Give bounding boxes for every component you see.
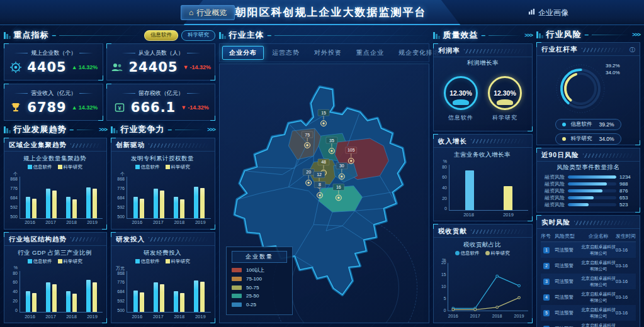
risk-rank-row: 融资风险988 (542, 180, 635, 187)
card-risk-90d: 近90日风险 风险类型事件数量排名 融资风险1234融资风险988融资风险876… (536, 148, 640, 213)
leverage-donut: 39.2%34.0%信息软件39.2%科学研究34.0% (537, 56, 640, 145)
tab-对外投资[interactable]: 对外投资 (308, 47, 348, 59)
bar (86, 280, 91, 312)
metric-delta: ▼-14.32% (181, 104, 208, 111)
legend-item: 科学研究 (166, 164, 190, 170)
bar (154, 282, 158, 312)
more-button[interactable]: >>> (207, 126, 215, 133)
realtime-risk-table: 序号风险类型企业名称发生时间1司法预警北京启航卓越科技有限公司03-162司法预… (537, 229, 640, 327)
bar-group (194, 177, 205, 218)
section-title: 收入增长 (438, 137, 467, 146)
svg-text:12: 12 (317, 172, 322, 177)
tab-运营态势[interactable]: 运营态势 (266, 47, 306, 59)
risk-rank-row: 融资风险876 (542, 187, 635, 194)
profit-gauge: 12.30%科学研究 (488, 76, 522, 122)
trophy-icon (9, 101, 22, 114)
risk-rank-bars: 融资风险1234融资风险988融资风险876融资风险653融资风险523 (537, 172, 640, 212)
bar-group (133, 177, 144, 218)
metric-card: 留存税收（亿元）¥666.1▼-14.32% (106, 84, 215, 121)
svg-text:20: 20 (306, 170, 311, 174)
section-title: 行业地区结构趋势 (9, 235, 67, 244)
bar (32, 293, 37, 312)
metric-card: 规上企业数（个）4405▲14.32% (4, 43, 103, 80)
panel-header-icon (536, 31, 543, 38)
panel-header-icon (4, 126, 11, 133)
nav-industry-overview[interactable]: ⌂ 行业概览 (181, 5, 235, 20)
hbar-chart-title: 风险类型事件数量排名 (537, 164, 640, 172)
bar (160, 284, 164, 312)
risk-rank-row: 融资风险1234 (542, 174, 635, 180)
leverage-legend-item: 科学研究34.0% (555, 133, 621, 145)
legend-item: 科学研究 (166, 258, 190, 265)
map-legend-item: 0-25 (232, 302, 287, 308)
chart-patents: 发明专利累计授权数量信息软件科学研究个868776684592500201620… (111, 152, 215, 229)
tab-企业分布[interactable]: 企业分布 (222, 46, 264, 60)
section-title: 税收贡献 (438, 227, 467, 236)
map-legend-title: 企业数量 (232, 251, 287, 263)
bar (154, 189, 158, 218)
card-region-agglomeration: 区域企业集聚趋势 规上企业数量集聚趋势信息软件科学研究个868776684592… (4, 138, 107, 230)
tab-重点企业[interactable]: 重点企业 (350, 47, 390, 59)
profit-gauges: 12.30%信息软件12.30%科学研究 (434, 68, 532, 131)
more-button[interactable]: >>> (99, 126, 107, 133)
nav-enterprise-portrait[interactable]: 企业画像 (521, 5, 576, 20)
panel-competitiveness: 行业竞争力 – >>> 创新驱动 发明专利累计授权数量信息软件科学研究个8687… (111, 123, 215, 323)
bar (465, 170, 474, 211)
svg-text:2018: 2018 (492, 313, 502, 319)
legend-item: 信息软件 (28, 258, 52, 265)
row-seq-badge: 2 (543, 263, 550, 269)
bar (26, 197, 30, 218)
metric-value: 4405 (27, 60, 66, 75)
more-button[interactable]: >>> (524, 32, 533, 38)
card-profit-rate: 利润率 利润增长率 12.30%信息软件12.30%科学研究 (433, 43, 533, 131)
svg-text:2017: 2017 (470, 313, 480, 319)
bar (46, 282, 50, 312)
bar (133, 291, 138, 312)
bar-group (86, 177, 97, 218)
svg-text:30: 30 (339, 164, 344, 168)
svg-text:2019: 2019 (514, 313, 524, 319)
bar-group (26, 177, 37, 218)
filter-tag-info-software[interactable]: 信息软件 (144, 30, 178, 41)
panel-industry-risk: 行业风险 – >>> 行业杠杆率 ⓘ 39.2%34.0%信息软件39.2%科学… (536, 29, 640, 323)
page-title: 朝阳区科创规上企业大数据监测平台 (235, 5, 427, 19)
svg-text:10: 10 (441, 285, 446, 289)
metric-card: 从业人员数（人）24405▼-14.32% (106, 43, 215, 80)
bar (93, 189, 97, 218)
bar (72, 199, 77, 218)
map-legend: 企业数量 100以上75-10050-7525-500-25 (226, 247, 293, 316)
legend-item: 信息软件 (135, 258, 160, 265)
bar (200, 188, 205, 218)
svg-text:16: 16 (336, 185, 341, 189)
filter-tag-science-research[interactable]: 科学研究 (181, 30, 215, 41)
info-icon[interactable]: ⓘ (630, 46, 635, 54)
section-title: 近90日风险 (541, 151, 579, 160)
map-legend-item: 25-50 (232, 293, 287, 299)
profit-gauge: 12.30%信息软件 (444, 76, 478, 122)
svg-text:2016: 2016 (448, 313, 458, 319)
card-rnd: 研发投入 研发经费投入信息软件科学研究万元8687766845925002016… (111, 232, 215, 324)
bar-group (174, 177, 184, 218)
panel-header-icon (433, 32, 440, 39)
chart-tax-share: 税收贡献占比信息软件科学研究20151050%2016201720182019 (434, 238, 532, 323)
chart-enterprise-agglomeration: 规上企业数量集聚趋势信息软件科学研究个868776684592500201620… (4, 152, 106, 229)
bar (133, 197, 138, 218)
card-innovation: 创新驱动 发明专利累计授权数量信息软件科学研究个8687766845925002… (111, 138, 215, 230)
table-row: 4司法预警北京启航卓越科技有限公司03-16 (541, 289, 636, 305)
panel-title: 质量效益 (443, 30, 478, 41)
metric-value: 24405 (128, 60, 178, 75)
legend-item: 科学研究 (58, 164, 82, 170)
bar-group (133, 271, 144, 313)
chart-income-growth: 主营业务收入增长率%80604020020182019 (434, 148, 532, 221)
metric-card: 营业收入（亿元）6789▲14.32% (4, 84, 103, 121)
card-income-growth: 收入增长 主营业务收入增长率%80604020020182019 (433, 134, 533, 222)
bar-group (504, 165, 512, 211)
bar-group (154, 271, 164, 313)
district-map: 15753510548302012816 企业数量 100以上75-10050-… (219, 64, 429, 323)
row-seq-badge: 1 (543, 247, 550, 253)
bar-group (26, 271, 37, 313)
card-region-structure: 行业地区结构趋势 行业 GDP 占第三产业比例信息软件科学研究%80604020… (4, 232, 107, 324)
bar (200, 282, 205, 312)
more-button[interactable]: >>> (632, 31, 640, 38)
metric-delta: ▼-14.32% (183, 64, 211, 70)
